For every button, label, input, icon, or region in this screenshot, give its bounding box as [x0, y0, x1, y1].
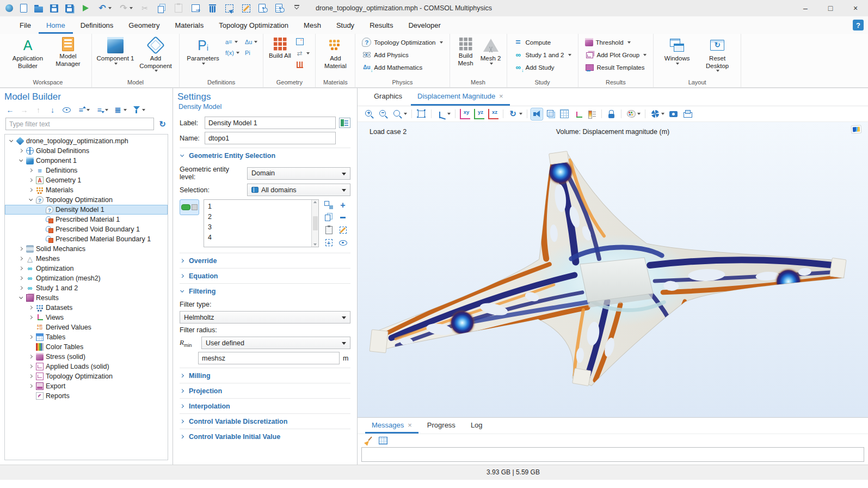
zoom-extents-icon[interactable]: [416, 109, 427, 119]
tree-item[interactable]: Optimization: [5, 264, 168, 273]
panel-menu-icon[interactable]: [835, 423, 842, 429]
messages-tab[interactable]: Log×: [464, 418, 489, 434]
parameter-case-button[interactable]: Pi: [243, 47, 259, 58]
settings-section-header[interactable]: Milling: [180, 368, 350, 383]
selection-list-item[interactable]: 3: [204, 222, 311, 232]
tree-item[interactable]: Materials: [5, 185, 168, 195]
settings-section-header[interactable]: Override: [180, 253, 350, 268]
move-down-icon[interactable]: [48, 105, 57, 114]
select-box-icon[interactable]: [224, 3, 234, 13]
menu-tab[interactable]: Study: [329, 16, 362, 34]
close-tab-icon[interactable]: ×: [499, 92, 503, 100]
tree-item[interactable]: Export: [5, 381, 168, 391]
tree-item[interactable]: Component 1: [5, 156, 168, 166]
settings-section-header[interactable]: Control Variable Initial Value: [180, 429, 350, 444]
tree-chevron-icon[interactable]: [28, 354, 34, 360]
tree-item[interactable]: Optimization (mesh2): [5, 273, 168, 283]
refresh-icon[interactable]: [158, 119, 167, 129]
selection-list-item[interactable]: 2: [204, 211, 311, 222]
functions-button[interactable]: f(x): [224, 47, 241, 58]
paste-icon[interactable]: [174, 3, 183, 13]
tree-chevron-icon[interactable]: [38, 236, 44, 242]
undo-icon[interactable]: [97, 3, 112, 13]
study-1-and-2-button[interactable]: Study 1 and 2: [511, 49, 574, 60]
selection-list-scrollbar[interactable]: [311, 200, 318, 247]
settings-section-header[interactable]: Interpolation: [180, 398, 350, 413]
snapshot-icon[interactable]: [668, 109, 679, 119]
tree-item[interactable]: Views: [5, 313, 168, 322]
model-tree-node-text-icon[interactable]: [113, 105, 127, 114]
copy-text-icon[interactable]: [378, 436, 388, 446]
minimize-button[interactable]: –: [793, 0, 818, 16]
close-tab-icon[interactable]: ×: [408, 421, 412, 429]
variables-button[interactable]: a=: [224, 36, 241, 47]
tree-chevron-icon[interactable]: [8, 138, 14, 144]
tree-chevron-icon[interactable]: [18, 246, 24, 252]
menu-tab[interactable]: Topology Optimization: [211, 16, 296, 34]
reset-desktop-button[interactable]: Reset Desktop: [698, 35, 737, 74]
save-icon[interactable]: [50, 4, 58, 13]
panel-menu-icon[interactable]: [835, 93, 842, 100]
create-selection-icon[interactable]: [323, 199, 336, 211]
selection-list-item[interactable]: 4: [204, 232, 311, 242]
selection-select[interactable]: All domains: [247, 184, 350, 196]
tree-item[interactable]: Results: [5, 293, 168, 303]
compute-button[interactable]: Compute: [511, 36, 574, 48]
build-all-button[interactable]: Build All: [267, 35, 292, 62]
view-yz-icon[interactable]: yz: [474, 109, 484, 119]
dependent-variables-button[interactable]: Δu: [243, 36, 259, 47]
update-plot-icon[interactable]: [650, 109, 664, 119]
settings-section-header[interactable]: Equation: [180, 268, 350, 283]
add-mathematics-button[interactable]: Add Mathematics: [359, 62, 445, 73]
tree-item[interactable]: Density Model 1: [5, 205, 168, 215]
zoom-box-icon[interactable]: [392, 109, 407, 119]
back-icon[interactable]: [5, 105, 15, 114]
delete-icon[interactable]: [207, 3, 217, 13]
color-legend-icon[interactable]: [587, 109, 597, 119]
mesh-2-button[interactable]: Mesh 2: [479, 35, 503, 66]
run-icon[interactable]: [81, 3, 90, 13]
tree-chevron-icon[interactable]: [28, 168, 34, 174]
graphics-canvas[interactable]: Load case 2 Volume: Displacement magnitu…: [358, 122, 868, 417]
redo-icon[interactable]: [119, 3, 133, 13]
copy-selection-icon[interactable]: [323, 212, 336, 223]
cut-icon[interactable]: [140, 3, 150, 13]
tree-item[interactable]: Topology Optimization: [5, 371, 168, 381]
active-toggle-button[interactable]: [180, 199, 199, 215]
selection-list[interactable]: 1234: [204, 199, 319, 247]
panel-menu-icon[interactable]: [325, 94, 332, 100]
entity-level-select[interactable]: Domain: [247, 167, 350, 180]
parameters-button[interactable]: Parameters: [183, 35, 223, 66]
add-study-button[interactable]: Add Study: [511, 62, 574, 73]
add-plot-group-button[interactable]: Add Plot Group: [582, 49, 650, 60]
result-templates-button[interactable]: Result Templates: [582, 62, 650, 73]
tree-item[interactable]: Study 1 and 2: [5, 283, 168, 293]
float-panel-icon[interactable]: [846, 423, 852, 429]
windows-button[interactable]: Windows: [657, 35, 697, 66]
tree-item[interactable]: Global Definitions: [5, 146, 168, 156]
tree-chevron-icon[interactable]: [28, 393, 34, 399]
filter-radius-select[interactable]: User defined: [201, 337, 350, 349]
pin-panel-icon[interactable]: [856, 93, 863, 100]
messages-tab[interactable]: Messages×: [365, 418, 418, 434]
tree-item[interactable]: Meshes: [5, 254, 168, 264]
forward-icon[interactable]: [20, 105, 29, 114]
view-xz-icon[interactable]: xz: [488, 109, 498, 119]
open-file-icon[interactable]: [34, 4, 43, 13]
livelink-sync-icon[interactable]: [293, 48, 311, 58]
tree-item[interactable]: Geometry 1: [5, 175, 168, 185]
tree-chevron-icon[interactable]: [28, 344, 34, 350]
tree-chevron-icon[interactable]: [28, 364, 34, 370]
filter-input[interactable]: [5, 118, 154, 130]
deactivate-selection-icon[interactable]: [337, 237, 350, 248]
threshold-button[interactable]: Threshold: [582, 36, 650, 48]
tree-item[interactable]: Color Tables: [5, 342, 168, 352]
tree-chevron-icon[interactable]: [28, 374, 34, 380]
pin-panel-icon[interactable]: [346, 94, 353, 100]
new-file-icon[interactable]: [20, 4, 27, 13]
paste-selection-icon[interactable]: [323, 224, 336, 236]
clear-selection-icon[interactable]: [241, 3, 251, 13]
rotate-icon[interactable]: [508, 109, 522, 119]
tree-item[interactable]: Prescribed Material Boundary 1: [5, 234, 168, 244]
print-icon[interactable]: [682, 109, 693, 119]
